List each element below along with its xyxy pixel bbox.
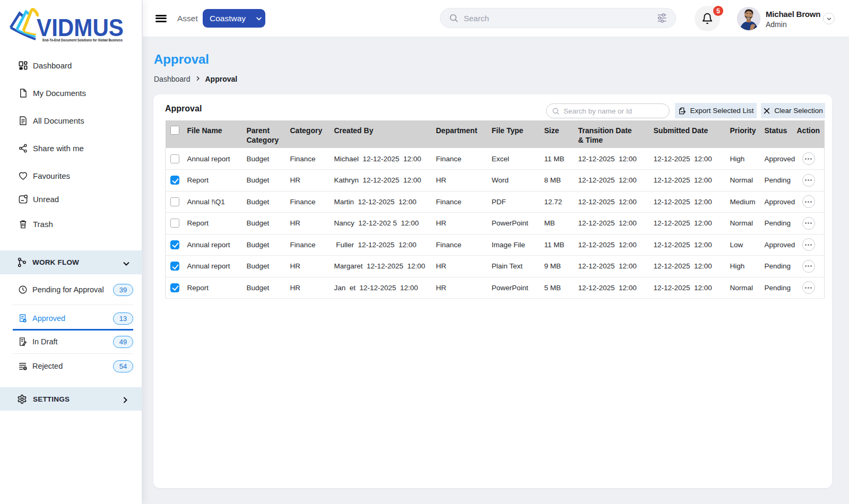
svg-text:End-To-End Document Solutions: End-To-End Document Solutions for Global… — [42, 38, 123, 42]
svg-text:VIDMUS: VIDMUS — [37, 14, 124, 41]
